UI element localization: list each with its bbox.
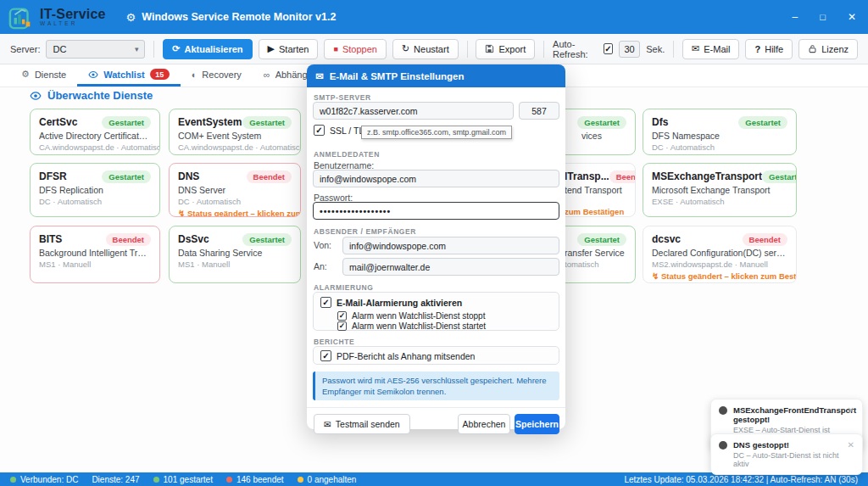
alert-stop-row[interactable]: ✓ Alarm wenn Watchlist-Dienst stoppt (337, 311, 485, 321)
toast-dns[interactable]: DNS gestoppt! DC – Auto-Start-Dienst ist… (710, 433, 863, 475)
service-description: DNS Server (178, 185, 292, 195)
service-name: MSExchangeTransport (652, 170, 762, 182)
tab-recovery[interactable]: ◐ Recovery (181, 64, 253, 87)
service-card-certsvc[interactable]: CertSvcGestartet Active Directory Certif… (30, 109, 160, 155)
service-description-fragment: vices (581, 131, 626, 141)
service-host: MS1 · Manuell (39, 260, 151, 269)
alert-stop-checkbox[interactable]: ✓ (337, 311, 347, 321)
green-dot-icon (10, 477, 16, 483)
services-count: Dienste: 247 (92, 475, 139, 484)
auto-refresh-unit: Sek. (646, 44, 665, 54)
password-info-note: Passwort wird mit AES-256 verschlüsselt … (313, 371, 559, 400)
save-button[interactable]: Speichern (515, 414, 559, 434)
logo-title: IT-Service (40, 8, 106, 20)
status-changed-warning[interactable]: ↯ Status geändert – klicken zum Bestätig… (652, 271, 787, 281)
sender-section-label: ABSENDER / EMPFÄNGER (314, 227, 416, 236)
service-host: MS2.windowspapst.de · Manuell (652, 260, 787, 269)
license-button[interactable]: Lizenz (798, 39, 858, 59)
username-input[interactable]: info@windowspope.com (313, 170, 559, 187)
service-card-dns[interactable]: DNSBeendet DNS Server DC · Automatisch ↯… (169, 163, 301, 217)
service-description: DFS Namespace (652, 131, 787, 141)
alert-start-row[interactable]: ✓ Alarm wenn Watchlist-Dienst startet (337, 321, 486, 331)
play-icon: ▶ (268, 43, 275, 54)
status-badge: Gestartet (738, 116, 787, 129)
minimize-button[interactable]: – (793, 11, 798, 23)
service-name: dcsvc (652, 233, 681, 245)
service-card-bits[interactable]: BITSBeendet Background Intelligent Trans… (30, 226, 160, 283)
eye-icon (88, 70, 98, 80)
status-changed-warning[interactable]: ↯ Status geändert – klicken zum Bestätig… (178, 209, 292, 217)
close-icon[interactable]: ✕ (848, 405, 854, 415)
help-icon: ? (754, 44, 760, 54)
title-bar: IT-Service WALTER ⚙ Windows Service Remo… (0, 0, 868, 34)
stop-button[interactable]: ■ Stoppen (324, 39, 386, 59)
alert-group-box: ✓ E-Mail-Alarmierung aktivieren ✓ Alarm … (313, 292, 559, 331)
report-row[interactable]: ✓ PDF-Bericht als Anhang mitsenden (320, 350, 475, 361)
service-card-dfs[interactable]: DfsGestartet DFS Namespace DC · Automati… (643, 109, 797, 155)
from-input[interactable]: info@windowspope.com (342, 237, 559, 254)
service-card-msexchangetransport[interactable]: MSExchangeTransportGestartet Microsoft E… (643, 163, 797, 217)
recovery-icon: ◐ (192, 70, 198, 80)
status-badge: Beendet (106, 233, 151, 246)
status-badge: Gestartet (242, 116, 292, 129)
alert-main-row[interactable]: ✓ E-Mail-Alarmierung aktivieren (320, 297, 462, 308)
restart-button[interactable]: ↻ Neustart (392, 39, 459, 59)
maximize-button[interactable]: □ (820, 12, 826, 22)
close-icon[interactable]: ✕ (848, 440, 854, 450)
export-button[interactable]: Export (476, 39, 535, 59)
auth-section-label: ANMELDEDATEN (314, 150, 380, 159)
cancel-button[interactable]: Abbrechen (458, 414, 510, 434)
alert-main-label: E-Mail-Alarmierung aktivieren (337, 298, 462, 308)
auto-refresh-interval-input[interactable]: 30 (619, 41, 640, 58)
bolt-icon: ↯ (178, 209, 185, 217)
to-input[interactable]: mail@joernwalter.de (342, 258, 559, 276)
ssl-checkbox[interactable]: ✓ (314, 125, 325, 136)
service-description: Declared Configuration(DC) service (652, 248, 787, 258)
chevron-down-icon: ▾ (135, 45, 139, 53)
green-dot-icon (153, 477, 159, 483)
server-label: Server: (10, 44, 40, 54)
alert-start-checkbox[interactable]: ✓ (337, 321, 347, 331)
last-update-info: Letztes Update: 05.03.2026 18:42:32 | Au… (624, 475, 858, 484)
service-card-dfsr[interactable]: DFSRGestartet DFS Replication DC · Autom… (30, 163, 160, 217)
tab-dienste[interactable]: ⚙ Dienste (10, 64, 77, 87)
report-label: PDF-Bericht als Anhang mitsenden (337, 351, 475, 361)
testmail-button[interactable]: ✉ Testmail senden (314, 414, 410, 434)
logo-chart-icon (8, 4, 34, 30)
start-button[interactable]: ▶ Starten (259, 39, 319, 59)
service-card-dssvc[interactable]: DsSvcGestartet Data Sharing Service MS1 … (169, 226, 301, 283)
service-name: CertSvc (39, 116, 77, 128)
license-lock-icon (808, 44, 817, 53)
red-dot-icon (226, 477, 232, 483)
divider (673, 41, 674, 58)
toast-subtitle: DC – Auto-Start-Dienst ist nicht aktiv (733, 451, 842, 468)
status-changed-warning-fragment[interactable]: zum Bestätigen (565, 207, 626, 216)
service-description: Background Intelligent Transfer Service (39, 248, 151, 258)
toast-title: DNS gestoppt! (733, 440, 842, 450)
tab-watchlist[interactable]: Watchlist 15 (77, 64, 181, 87)
service-host: MS1 · Manuell (178, 260, 292, 269)
from-label: Von: (314, 240, 331, 250)
save-disk-icon (485, 44, 494, 53)
bolt-icon: ↯ (652, 271, 659, 281)
close-button[interactable]: ✕ (848, 11, 856, 23)
auto-refresh-checkbox[interactable]: ✓ (604, 43, 613, 54)
status-badge: Beendet (247, 170, 292, 183)
service-host: DC · Automatisch (652, 142, 787, 152)
smtp-port-input[interactable]: 587 (519, 102, 559, 120)
report-checkbox[interactable]: ✓ (320, 350, 331, 361)
service-host: DC · Automatisch (178, 197, 292, 206)
service-card-dcsvc[interactable]: dcsvcBeendet Declared Configuration(DC) … (643, 226, 797, 283)
server-select[interactable]: DC ▾ (46, 40, 145, 59)
status-dot (719, 406, 727, 415)
stopped-count: 146 beendet (226, 475, 284, 484)
refresh-button[interactable]: ⟳ Aktualisieren (163, 39, 252, 59)
email-button[interactable]: ✉ E-Mail (682, 39, 739, 59)
password-input[interactable]: •••••••••••••••••• (313, 202, 559, 220)
smtp-server-input[interactable]: w01f82c7.kasserver.com (313, 102, 514, 120)
service-card-eventsystem[interactable]: EventSystemGestartet COM+ Event System C… (169, 109, 301, 155)
service-description: Data Sharing Service (178, 248, 292, 258)
dialog-title: E-Mail & SMTP Einstellungen (330, 71, 465, 81)
help-button[interactable]: ? Hilfe (745, 39, 793, 59)
alert-main-checkbox[interactable]: ✓ (320, 297, 331, 308)
